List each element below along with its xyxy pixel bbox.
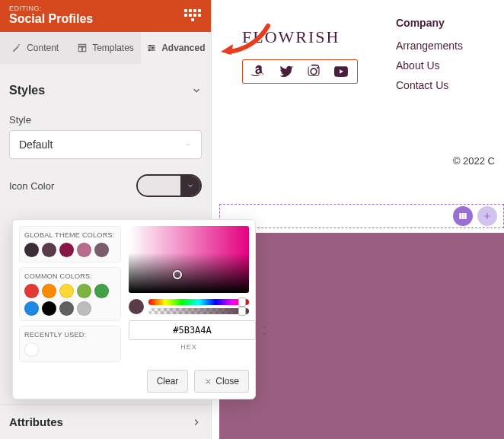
alpha-slider[interactable]	[148, 308, 249, 314]
color-swatch[interactable]	[42, 284, 56, 298]
field-icon-color: Icon Color	[9, 174, 202, 197]
chevron-up-icon[interactable]	[260, 324, 268, 330]
select-value: Default	[19, 138, 53, 151]
color-swatch[interactable]	[77, 301, 91, 316]
sliders-icon	[146, 43, 157, 53]
close-button[interactable]: Close	[194, 370, 249, 393]
column-heading: Company	[396, 17, 463, 29]
hex-label: HEX	[129, 343, 249, 351]
swatch-group-label: GLOBAL THEME COLORS:	[24, 231, 116, 239]
pencil-icon	[11, 43, 22, 53]
instagram-icon[interactable]	[305, 63, 322, 80]
icon-color-picker-trigger[interactable]	[136, 174, 202, 197]
slider-thumb[interactable]	[238, 297, 246, 307]
chevron-down-icon[interactable]	[260, 331, 268, 337]
color-swatch[interactable]	[59, 301, 74, 316]
hue-slider[interactable]	[148, 299, 249, 305]
hex-input[interactable]	[129, 320, 256, 340]
link-about[interactable]: About Us	[396, 59, 463, 72]
color-swatch[interactable]	[24, 284, 39, 298]
columns-icon[interactable]	[453, 206, 473, 226]
color-swatch[interactable]	[77, 243, 91, 257]
tab-label: Templates	[92, 43, 134, 53]
color-swatch[interactable]	[94, 243, 109, 257]
color-swatch[interactable]	[59, 243, 74, 257]
style-select[interactable]: Default	[9, 130, 202, 159]
section-attributes[interactable]: Attributes	[0, 404, 211, 439]
twitter-icon[interactable]	[278, 63, 295, 80]
amazon-icon[interactable]	[250, 63, 267, 80]
panel-title: Social Profiles	[9, 12, 93, 26]
close-icon	[204, 377, 212, 386]
color-dropdown-button[interactable]	[180, 176, 200, 196]
section-styles[interactable]: Styles	[9, 75, 202, 107]
copyright-text: © 2022 C	[453, 155, 495, 167]
tab-label: Content	[27, 43, 59, 53]
swatch-group-label: RECENTLY USED:	[24, 331, 116, 339]
color-swatch[interactable]	[59, 284, 74, 298]
global-theme-colors: GLOBAL THEME COLORS:	[19, 226, 121, 262]
common-colors: COMMON COLORS:	[19, 267, 121, 321]
chevron-down-icon	[191, 85, 202, 96]
site-logo: FLOWRISH	[242, 27, 358, 47]
color-swatch[interactable]	[42, 301, 56, 316]
footer-company-column: Company Arrangements About Us Contact Us	[396, 17, 463, 99]
section-label: Styles	[9, 84, 45, 97]
saturation-lightness-field[interactable]	[129, 226, 249, 293]
recently-used-colors: RECENTLY USED:	[19, 326, 121, 362]
color-cursor[interactable]	[173, 270, 182, 279]
color-preview-swatch	[129, 299, 144, 314]
svg-point-0	[149, 45, 151, 46]
color-swatch[interactable]	[24, 301, 39, 316]
color-swatch[interactable]	[42, 243, 56, 257]
section-label: Attributes	[9, 415, 63, 428]
social-profiles-block[interactable]	[242, 59, 358, 84]
plus-icon[interactable]	[477, 206, 497, 226]
svg-point-1	[152, 47, 154, 49]
tab-templates[interactable]: Templates	[70, 32, 140, 64]
block-toolbar	[219, 204, 504, 228]
color-swatch[interactable]	[94, 284, 109, 298]
current-color-swatch	[138, 176, 180, 196]
color-swatch[interactable]	[77, 284, 91, 298]
youtube-icon[interactable]	[333, 63, 349, 80]
color-picker-popover: GLOBAL THEME COLORS: COMMON COLORS: RECE…	[12, 219, 256, 399]
field-label: Icon Color	[9, 180, 54, 192]
swatch-group-label: COMMON COLORS:	[24, 272, 116, 280]
template-icon	[77, 43, 88, 53]
tabs: Content Templates Advanced	[0, 32, 211, 64]
slider-thumb[interactable]	[238, 307, 246, 316]
tab-label: Advanced	[161, 43, 205, 53]
chevron-down-icon	[187, 182, 194, 189]
panel-header: EDITING: Social Profiles	[0, 0, 211, 32]
drag-handle-icon[interactable]	[183, 6, 202, 24]
clear-button[interactable]: Clear	[147, 370, 189, 393]
field-label: Style	[9, 114, 202, 126]
editing-label: EDITING:	[9, 5, 93, 12]
tab-advanced[interactable]: Advanced	[141, 32, 211, 64]
link-arrangements[interactable]: Arrangements	[396, 40, 463, 52]
color-swatch[interactable]	[24, 342, 39, 357]
field-style: Style Default	[9, 114, 202, 159]
color-swatch[interactable]	[24, 243, 39, 257]
format-spinner[interactable]	[260, 324, 268, 337]
svg-point-2	[148, 49, 150, 51]
caret-down-icon	[184, 141, 192, 148]
chevron-right-icon	[191, 417, 202, 428]
link-contact[interactable]: Contact Us	[396, 79, 463, 91]
tab-content[interactable]: Content	[0, 32, 70, 64]
